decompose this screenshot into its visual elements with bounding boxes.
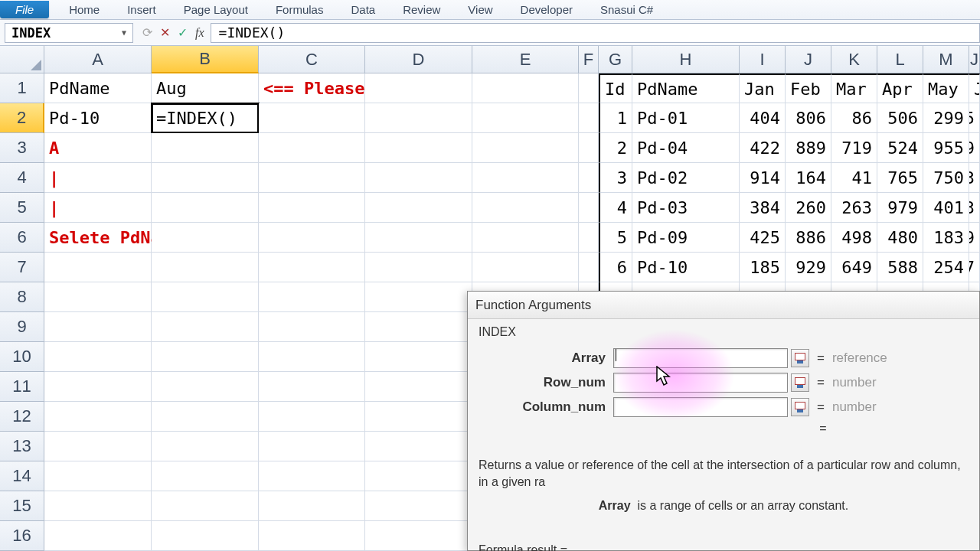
cell[interactable]: 3 (969, 163, 980, 193)
cell[interactable]: 889 (786, 133, 831, 163)
col-header-m[interactable]: M (923, 46, 969, 73)
col-header-c[interactable]: C (259, 46, 365, 73)
cell[interactable] (152, 133, 259, 163)
col-header-f[interactable]: F (579, 46, 599, 73)
row-header-16[interactable]: 16 (0, 521, 44, 551)
cell[interactable]: 7 (969, 253, 980, 282)
cell[interactable] (365, 521, 472, 551)
cell[interactable]: 2 (599, 133, 632, 163)
accept-icon[interactable]: ✓ (178, 25, 188, 40)
cell[interactable]: 914 (740, 163, 786, 193)
tab-data[interactable]: Data (337, 1, 389, 18)
cell[interactable]: May (923, 73, 969, 103)
cell[interactable] (472, 253, 579, 282)
formula-input[interactable]: =INDEX() (211, 23, 980, 43)
cell[interactable]: Jan (740, 73, 786, 103)
cell[interactable] (365, 282, 472, 312)
row-header-12[interactable]: 12 (0, 402, 44, 432)
cell[interactable] (44, 282, 152, 312)
cell[interactable] (259, 402, 365, 432)
cell[interactable]: PdName (632, 73, 740, 103)
cell[interactable] (579, 103, 599, 133)
cell[interactable] (365, 253, 472, 282)
cell[interactable] (44, 372, 152, 402)
rownum-input[interactable] (613, 373, 788, 393)
cell[interactable] (472, 163, 579, 193)
cell[interactable] (152, 372, 259, 402)
cell[interactable] (44, 491, 152, 521)
chevron-down-icon[interactable]: ▼ (122, 28, 126, 37)
cell[interactable]: 5 (969, 103, 980, 133)
cell[interactable] (44, 432, 152, 461)
cell[interactable]: Pd-02 (632, 163, 740, 193)
cell[interactable] (259, 163, 365, 193)
col-header-l[interactable]: L (877, 46, 923, 73)
cell[interactable] (259, 103, 365, 133)
cell[interactable]: | (44, 163, 152, 193)
row-header-11[interactable]: 11 (0, 372, 44, 402)
cell[interactable]: Apr (877, 73, 923, 103)
cell[interactable] (152, 163, 259, 193)
cell[interactable]: Pd-04 (632, 133, 740, 163)
cell[interactable] (472, 73, 579, 103)
cell[interactable] (152, 223, 259, 253)
row-header-15[interactable]: 15 (0, 491, 44, 521)
cell[interactable]: 480 (877, 223, 923, 253)
cell[interactable]: Pd-10 (44, 103, 152, 133)
row-header-1[interactable]: 1 (0, 73, 44, 103)
cell[interactable]: 3 (599, 163, 632, 193)
col-header-i[interactable]: I (740, 46, 786, 73)
cell[interactable] (365, 372, 472, 402)
cell[interactable]: 4 (599, 193, 632, 223)
cell[interactable]: 422 (740, 133, 786, 163)
cell[interactable]: 6 (599, 253, 632, 282)
row-header-4[interactable]: 4 (0, 163, 44, 193)
cell[interactable]: Pd-01 (632, 103, 740, 133)
cell[interactable] (365, 491, 472, 521)
cell[interactable]: Id (599, 73, 632, 103)
cell[interactable] (259, 193, 365, 223)
cell[interactable] (365, 103, 472, 133)
cell[interactable]: 649 (831, 253, 877, 282)
cell[interactable] (472, 103, 579, 133)
cell[interactable]: 506 (877, 103, 923, 133)
cell[interactable]: 299 (923, 103, 969, 133)
cell[interactable]: 9 (969, 223, 980, 253)
cell[interactable] (472, 133, 579, 163)
fx-icon[interactable]: fx (195, 26, 204, 40)
select-all-corner[interactable] (0, 46, 44, 73)
cell[interactable]: | (44, 193, 152, 223)
cell[interactable]: 5 (599, 223, 632, 253)
cell[interactable] (259, 372, 365, 402)
cell[interactable] (579, 133, 599, 163)
cell[interactable] (365, 133, 472, 163)
cell[interactable]: 765 (877, 163, 923, 193)
cell[interactable] (259, 521, 365, 551)
file-tab[interactable]: File (0, 1, 49, 18)
tab-home[interactable]: Home (55, 1, 113, 18)
cell[interactable]: 260 (786, 193, 831, 223)
col-header-e[interactable]: E (472, 46, 579, 73)
tab-snasui[interactable]: Snasui C# (586, 1, 667, 18)
tab-formulas[interactable]: Formulas (262, 1, 338, 18)
cell[interactable] (365, 193, 472, 223)
name-box[interactable]: INDEX ▼ (5, 23, 133, 43)
col-header-j[interactable]: J (786, 46, 831, 73)
cell[interactable] (259, 133, 365, 163)
cell[interactable] (472, 193, 579, 223)
col-header-n[interactable]: J (969, 46, 980, 73)
cell[interactable]: Pd-10 (632, 253, 740, 282)
cell[interactable] (152, 461, 259, 491)
col-header-h[interactable]: H (632, 46, 740, 73)
cell[interactable] (152, 193, 259, 223)
tab-view[interactable]: View (454, 1, 506, 18)
tab-page-layout[interactable]: Page Layout (170, 1, 262, 18)
cell[interactable]: 404 (740, 103, 786, 133)
cell[interactable]: Aug (152, 73, 259, 103)
cell[interactable] (365, 223, 472, 253)
tab-review[interactable]: Review (389, 1, 454, 18)
cell[interactable] (44, 402, 152, 432)
cell[interactable] (152, 312, 259, 342)
cell[interactable]: 524 (877, 133, 923, 163)
tab-insert[interactable]: Insert (113, 1, 170, 18)
